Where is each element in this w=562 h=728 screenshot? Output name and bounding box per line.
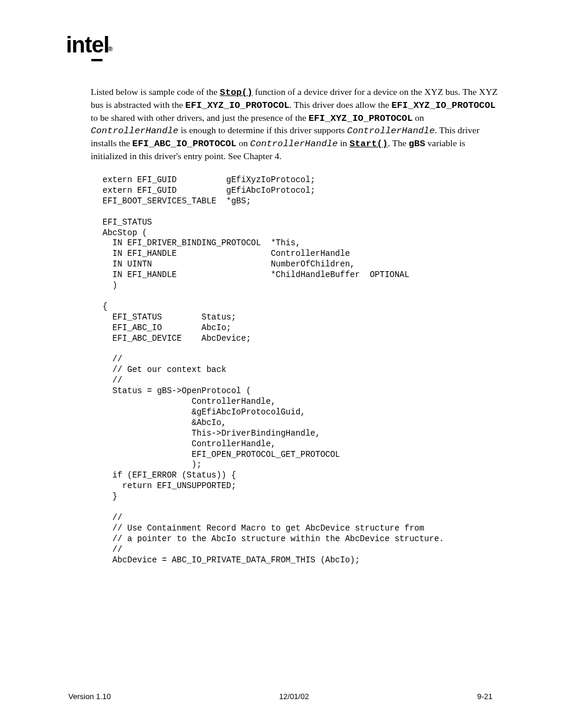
controller-handle: ControllerHandle — [91, 126, 178, 136]
gbs-variable: gBS — [409, 139, 425, 149]
controller-handle: ControllerHandle — [347, 126, 435, 136]
intel-logo: intel® — [66, 32, 492, 58]
footer-version: Version 1.10 — [68, 692, 111, 701]
xyz-protocol: EFI_XYZ_IO_PROTOCOL — [392, 100, 496, 111]
text: to be shared with other drivers, and jus… — [91, 113, 309, 123]
abc-protocol: EFI_ABC_IO_PROTOCOL — [133, 139, 237, 149]
text: . The — [388, 138, 408, 148]
text: in — [338, 138, 349, 148]
text: is enough to determine if this driver su… — [178, 125, 347, 135]
page: intel® Listed below is sample code of th… — [0, 0, 562, 728]
text: on — [412, 113, 424, 123]
xyz-protocol: EFI_XYZ_IO_PROTOCOL — [186, 100, 290, 111]
controller-handle: ControllerHandle — [250, 139, 338, 149]
footer-date: 12/01/02 — [279, 692, 309, 701]
page-footer: Version 1.10 12/01/02 9-21 — [68, 692, 492, 701]
footer-page: 9-21 — [477, 692, 492, 701]
stop-function: Stop() — [220, 87, 253, 98]
start-function: Start() — [349, 139, 388, 149]
text: . This driver does allow the — [289, 100, 391, 110]
text: on — [236, 138, 250, 148]
body-paragraph: Listed below is sample code of the Stop(… — [91, 86, 498, 162]
code-block: extern EFI_GUID gEfiXyzIoProtocol; exter… — [103, 175, 492, 566]
text: Listed below is sample code of the — [91, 87, 220, 97]
xyz-protocol: EFI_XYZ_IO_PROTOCOL — [309, 113, 413, 124]
